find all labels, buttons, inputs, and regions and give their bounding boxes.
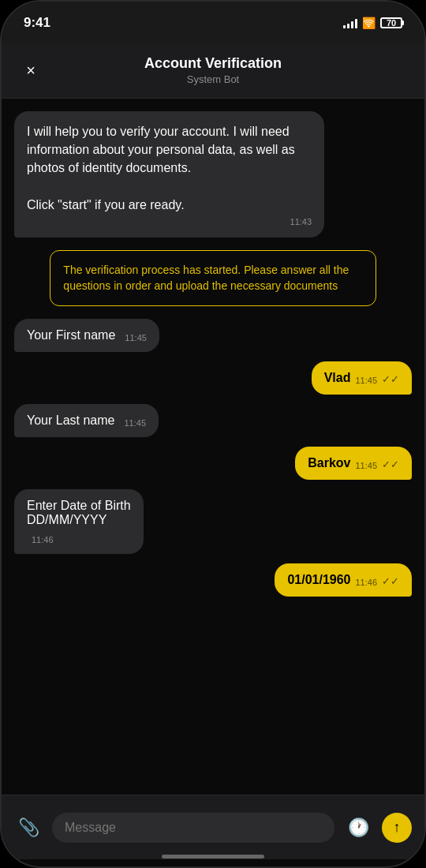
bot-message-dob: Enter Date of BirthDD/MM/YYYY 11:46 bbox=[14, 489, 144, 554]
user-vlad-time: 11:45 bbox=[355, 376, 377, 385]
bot-intro-time: 11:43 bbox=[290, 217, 312, 226]
send-icon: ↑ bbox=[394, 819, 401, 836]
battery-icon: 70 bbox=[380, 17, 402, 28]
wifi-icon: 🛜 bbox=[362, 17, 376, 29]
user-dob-text: 01/01/1960 bbox=[287, 573, 350, 587]
user-barkov-checks: ✓✓ bbox=[382, 458, 399, 470]
chat-header: × Account Verification System Bot bbox=[2, 44, 424, 99]
bot-firstname-time: 11:45 bbox=[125, 333, 147, 342]
attach-button[interactable]: 📎 bbox=[14, 814, 43, 842]
message-input[interactable] bbox=[65, 821, 322, 835]
bot-intro-footer: 11:43 bbox=[27, 217, 312, 226]
clock-icon: 🕐 bbox=[348, 817, 369, 838]
bot-dob-text: Enter Date of BirthDD/MM/YYYY bbox=[27, 499, 131, 527]
chat-subtitle: System Bot bbox=[44, 73, 382, 85]
send-button[interactable]: ↑ bbox=[382, 813, 412, 843]
clock-button[interactable]: 🕐 bbox=[344, 814, 372, 842]
bot-dob-time: 11:46 bbox=[32, 535, 54, 544]
user-dob-checks: ✓✓ bbox=[382, 575, 399, 587]
close-icon: × bbox=[26, 62, 36, 80]
input-bar: 📎 🕐 ↑ bbox=[2, 795, 424, 859]
user-message-barkov: Barkov 11:45 ✓✓ bbox=[295, 447, 412, 480]
notification-box: The verification process has started. Pl… bbox=[50, 250, 376, 306]
user-message-vlad: Vlad 11:45 ✓✓ bbox=[312, 361, 412, 395]
bot-message-lastname: Your Last name 11:45 bbox=[14, 404, 159, 437]
message-input-wrapper bbox=[52, 813, 334, 843]
paperclip-icon: 📎 bbox=[18, 817, 39, 838]
notification-text: The verification process has started. Pl… bbox=[63, 262, 362, 294]
status-time: 9:41 bbox=[24, 15, 50, 31]
bot-intro-text: I will help you to verify your account. … bbox=[27, 122, 312, 214]
status-bar: 9:41 🛜 70 bbox=[2, 2, 424, 44]
user-barkov-text: Barkov bbox=[308, 456, 350, 470]
bot-firstname-text: Your First name bbox=[27, 328, 115, 342]
home-indicator bbox=[162, 855, 264, 859]
user-barkov-time: 11:45 bbox=[355, 461, 377, 470]
bot-lastname-time: 11:45 bbox=[124, 418, 146, 428]
bot-lastname-text: Your Last name bbox=[27, 413, 114, 428]
user-vlad-checks: ✓✓ bbox=[382, 373, 399, 385]
header-center: Account Verification System Bot bbox=[44, 55, 382, 85]
chat-area: I will help you to verify your account. … bbox=[2, 99, 424, 795]
bot-intro-bubble: I will help you to verify your account. … bbox=[14, 111, 324, 238]
status-icons: 🛜 70 bbox=[343, 17, 402, 29]
close-button[interactable]: × bbox=[17, 57, 44, 84]
chat-title: Account Verification bbox=[44, 55, 382, 72]
signal-bars-icon bbox=[343, 17, 357, 28]
user-dob-time: 11:46 bbox=[355, 578, 377, 587]
user-message-dob: 01/01/1960 11:46 ✓✓ bbox=[275, 563, 412, 597]
bot-message-firstname: Your First name 11:45 bbox=[14, 319, 159, 352]
user-vlad-text: Vlad bbox=[324, 371, 351, 385]
